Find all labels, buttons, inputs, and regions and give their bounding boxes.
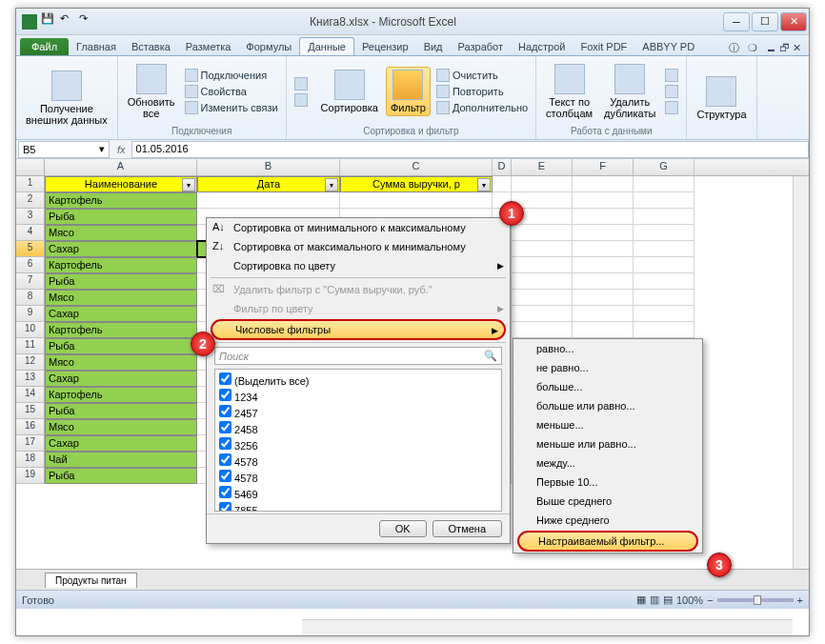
- zoom-in-icon[interactable]: +: [797, 594, 803, 606]
- table-cell[interactable]: Рыба: [45, 403, 197, 419]
- tab-layout[interactable]: Разметка: [178, 38, 239, 55]
- fx-icon[interactable]: fx: [111, 144, 131, 155]
- filter-value-checkbox[interactable]: 2458: [217, 420, 499, 436]
- view-break-icon[interactable]: ▤: [663, 594, 673, 606]
- outline-button[interactable]: Структура: [693, 74, 750, 122]
- filter-values-list[interactable]: (Выделить все) 1234 2457 2458 3256 4578 …: [214, 369, 502, 512]
- filter-dropdown-icon[interactable]: ▾: [182, 178, 195, 191]
- table-cell[interactable]: [197, 192, 340, 209]
- file-tab[interactable]: Файл: [20, 38, 69, 55]
- table-cell[interactable]: Мясо: [45, 225, 197, 241]
- table-cell[interactable]: Рыба: [45, 468, 197, 484]
- view-layout-icon[interactable]: ▥: [650, 594, 659, 606]
- edit-links-button[interactable]: Изменить связи: [183, 100, 280, 115]
- filter-value-checkbox[interactable]: 2457: [217, 404, 499, 420]
- filter-value-checkbox[interactable]: 5469: [217, 485, 499, 501]
- custom-filter-item[interactable]: Настраиваемый фильтр...: [517, 531, 698, 552]
- text-to-columns-button[interactable]: Текст по столбцам: [542, 62, 596, 121]
- table-cell[interactable]: Сахар: [45, 435, 197, 452]
- quick-access-toolbar[interactable]: 💾 ↶ ↷: [41, 12, 94, 28]
- tab-review[interactable]: Рецензир: [354, 38, 416, 55]
- zoom-slider[interactable]: [717, 598, 794, 602]
- refresh-all-button[interactable]: Обновить все: [124, 62, 179, 121]
- greater-item[interactable]: больше...: [513, 377, 702, 396]
- table-cell[interactable]: Сахар: [45, 371, 197, 387]
- col-header[interactable]: D: [493, 159, 512, 175]
- sheet-tab[interactable]: Продукты питан: [45, 573, 137, 588]
- table-cell[interactable]: Рыба: [45, 209, 197, 225]
- filter-search-input[interactable]: Поиск🔍: [214, 347, 502, 365]
- table-cell[interactable]: Мясо: [45, 419, 197, 435]
- filter-value-checkbox[interactable]: 3256: [217, 436, 499, 453]
- above-avg-item[interactable]: Выше среднего: [513, 492, 702, 511]
- name-box[interactable]: B5▾: [18, 141, 110, 158]
- equals-item[interactable]: равно...: [513, 339, 702, 358]
- clear-filter-button[interactable]: Очистить: [434, 68, 530, 83]
- table-cell[interactable]: Сахар: [45, 306, 197, 322]
- filter-dropdown-icon[interactable]: ▾: [325, 178, 338, 191]
- reapply-button[interactable]: Повторить: [434, 84, 530, 99]
- header-sum[interactable]: Сумма выручки, р▾: [340, 176, 493, 192]
- tab-insert[interactable]: Вставка: [124, 38, 178, 55]
- zoom-level[interactable]: 100%: [676, 594, 703, 606]
- close-button[interactable]: ✕: [780, 12, 807, 31]
- chevron-down-icon[interactable]: ▾: [99, 143, 105, 155]
- header-name[interactable]: Наименование▾: [45, 176, 197, 192]
- not-equals-item[interactable]: не равно...: [513, 358, 702, 377]
- col-header[interactable]: A: [45, 159, 197, 175]
- filter-dropdown-icon[interactable]: ▾: [477, 178, 491, 191]
- table-cell[interactable]: [340, 192, 493, 209]
- tab-foxit[interactable]: Foxit PDF: [573, 38, 634, 55]
- select-all-checkbox[interactable]: (Выделить все): [217, 372, 499, 388]
- view-normal-icon[interactable]: ▦: [636, 594, 646, 606]
- below-avg-item[interactable]: Ниже среднего: [513, 511, 702, 530]
- header-date[interactable]: Дата▾: [197, 176, 340, 192]
- connections-button[interactable]: Подключения: [183, 68, 280, 83]
- tab-data[interactable]: Данные: [299, 37, 354, 55]
- table-cell[interactable]: Мясо: [45, 290, 197, 306]
- col-header[interactable]: F: [573, 159, 634, 175]
- filter-value-checkbox[interactable]: 4578: [217, 453, 499, 469]
- remove-duplicates-button[interactable]: Удалить дубликаты: [600, 62, 659, 121]
- filter-value-checkbox[interactable]: 1234: [217, 388, 499, 404]
- less-equal-item[interactable]: меньше или равно...: [513, 434, 702, 453]
- table-cell[interactable]: Рыба: [45, 338, 197, 354]
- undo-icon[interactable]: ↶: [60, 12, 75, 28]
- table-cell[interactable]: Сахар: [45, 241, 197, 257]
- sort-color-item[interactable]: Сортировка по цвету▶: [207, 256, 510, 275]
- table-cell[interactable]: Мясо: [45, 354, 197, 371]
- help-icons[interactable]: ⓘ ❍ 🗕 🗗 ✕: [729, 41, 809, 55]
- maximize-button[interactable]: ☐: [752, 12, 778, 31]
- less-item[interactable]: меньше...: [513, 415, 702, 434]
- properties-button[interactable]: Свойства: [183, 84, 280, 99]
- table-cell[interactable]: Чай: [45, 452, 197, 468]
- select-all-corner[interactable]: [16, 159, 45, 175]
- tab-formulas[interactable]: Формулы: [238, 38, 299, 55]
- formula-input[interactable]: 01.05.2016: [131, 141, 809, 158]
- col-header[interactable]: E: [512, 159, 573, 175]
- col-header[interactable]: B: [197, 159, 340, 175]
- sort-desc-icon[interactable]: [292, 92, 310, 108]
- greater-equal-item[interactable]: больше или равно...: [513, 396, 702, 415]
- col-header[interactable]: C: [340, 159, 493, 175]
- number-filters-item[interactable]: Числовые фильтры▶: [211, 319, 506, 340]
- sort-asc-icon[interactable]: [292, 76, 310, 91]
- external-data-button[interactable]: Получение внешних данных: [22, 69, 111, 128]
- tab-view[interactable]: Вид: [416, 38, 451, 55]
- filter-value-checkbox[interactable]: 7855: [217, 501, 499, 512]
- tab-developer[interactable]: Разработ: [451, 38, 511, 55]
- filter-button[interactable]: Фильтр: [386, 67, 431, 116]
- tab-abbyy[interactable]: ABBYY PD: [634, 38, 702, 55]
- table-cell[interactable]: Картофель: [45, 192, 197, 209]
- validation-icon[interactable]: [663, 68, 680, 83]
- ok-button[interactable]: OK: [379, 520, 427, 537]
- col-header[interactable]: G: [634, 159, 694, 175]
- tab-addins[interactable]: Надстрой: [511, 38, 573, 55]
- table-cell[interactable]: Картофель: [45, 387, 197, 403]
- minimize-button[interactable]: ─: [723, 12, 750, 31]
- cancel-button[interactable]: Отмена: [433, 520, 502, 537]
- zoom-controls[interactable]: ▦ ▥ ▤ 100% − +: [636, 594, 803, 606]
- filter-value-checkbox[interactable]: 4578: [217, 469, 499, 485]
- horizontal-scrollbar[interactable]: [302, 619, 793, 635]
- table-cell[interactable]: Картофель: [45, 257, 197, 273]
